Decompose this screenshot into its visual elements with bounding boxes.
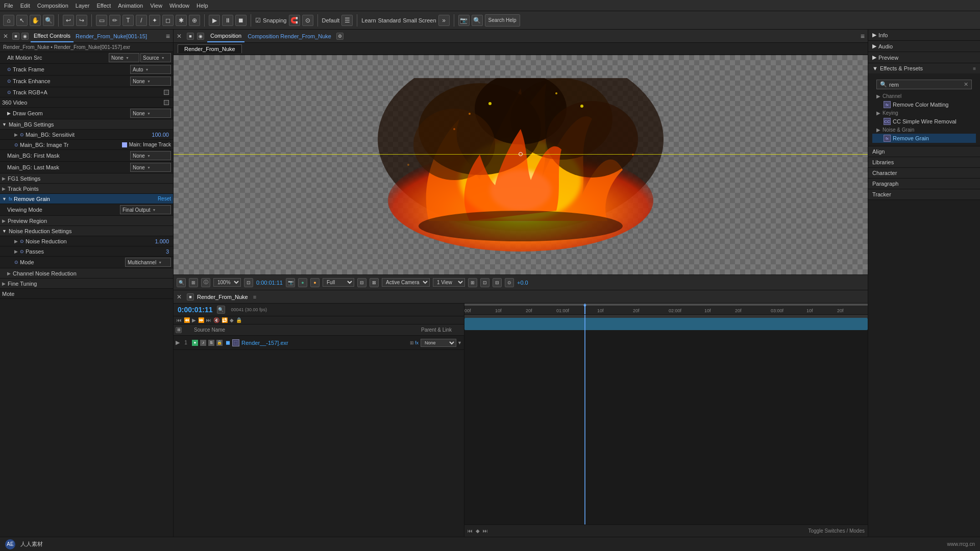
transport-next-icon[interactable]: ⏩: [198, 317, 204, 323]
noise-reduction-row[interactable]: ▶ ⊙ Noise Reduction 1.000: [0, 236, 173, 246]
small-screen-btn[interactable]: Small Screen: [403, 17, 436, 23]
pen-icon[interactable]: ✏: [109, 15, 120, 26]
timecode-display[interactable]: 0:00:01:11: [178, 306, 213, 314]
zoom-icon[interactable]: 🔍: [43, 15, 54, 26]
mainbg-firstmask-row[interactable]: Main_BG: First Mask None: [0, 150, 173, 162]
track-frame-dropdown[interactable]: Auto: [130, 65, 171, 74]
transport-prev-icon[interactable]: ⏪: [184, 317, 190, 323]
tracker-section-header[interactable]: Tracker: [868, 189, 980, 199]
remove-grain-reset-btn[interactable]: Reset: [158, 196, 171, 202]
alt-motion-none-dropdown[interactable]: None: [109, 53, 139, 62]
tl-prev-kf-icon[interactable]: ⏮: [468, 528, 473, 534]
text-icon[interactable]: T: [122, 15, 134, 26]
comp-zoom-select[interactable]: 100% 50% 200%: [213, 278, 241, 287]
transport-mute-icon[interactable]: 🔇: [213, 317, 219, 323]
target-icon[interactable]: ⊙: [302, 15, 313, 26]
shape-icon[interactable]: ⊕: [189, 15, 200, 26]
mainbg-imagetrack-checkbox[interactable]: [122, 142, 127, 147]
effect-controls-tab-name[interactable]: Render_From_Nuke[001-15]: [76, 33, 147, 39]
menu-edit[interactable]: Edit: [20, 3, 30, 9]
ep-category-keying[interactable]: ▶ Keying: [872, 109, 976, 117]
comp-fit-icon[interactable]: ⊡: [244, 278, 253, 287]
layer-lock-icon[interactable]: 🔒: [216, 340, 223, 346]
menu-layer[interactable]: Layer: [76, 3, 90, 9]
track-points-header[interactable]: ▶ Track Points: [0, 184, 173, 194]
mainbg-sensitiv-row[interactable]: ▶ ⊙ Main_BG: Sensitivit 100.00: [0, 130, 173, 140]
layer-track-bar[interactable]: [464, 318, 868, 330]
comp-view-icon[interactable]: ⊟: [357, 278, 366, 287]
redo-icon[interactable]: ↪: [76, 15, 87, 26]
comp-panel-tab[interactable]: Composition: [207, 30, 244, 42]
channel-noise-header[interactable]: ▶ Channel Noise Reduction: [0, 268, 173, 279]
home-icon[interactable]: ⌂: [3, 15, 14, 26]
tl-layer-row-1[interactable]: ▶ 1 ● ♪ S 🔒 ◼ ⬚ Render__-157].exr ⊞ fx: [174, 336, 464, 350]
comp-quality-icon[interactable]: ●: [310, 278, 320, 287]
layer-parent-select[interactable]: None: [421, 339, 456, 347]
noise-reduction-value[interactable]: 1.000: [155, 238, 169, 244]
comp-quality-select[interactable]: Full Half Quarter: [323, 278, 354, 287]
search-toolbar-icon[interactable]: 🔍: [472, 15, 483, 26]
tl-toggle-switches-label[interactable]: Toggle Switches / Modes: [808, 528, 865, 534]
snapping-checkbox[interactable]: ☑: [255, 17, 261, 24]
comp-3d-icon[interactable]: ⊠: [370, 278, 379, 287]
comp-channels-icon[interactable]: ⊟: [493, 278, 502, 287]
ep-category-noise-grain[interactable]: ▶ Noise & Grain: [872, 126, 976, 134]
track-frame-row[interactable]: ⊙ Track Frame Auto: [0, 64, 173, 76]
panel-solo-icon[interactable]: ◉: [21, 33, 29, 40]
comp-magnifier-icon[interactable]: 🔍: [177, 278, 186, 287]
undo-icon[interactable]: ↩: [63, 15, 74, 26]
menu-composition[interactable]: Composition: [37, 3, 68, 9]
comp-close-btn[interactable]: ✕: [177, 33, 182, 40]
comp-menu-btn[interactable]: ≡: [861, 32, 865, 40]
rect-icon[interactable]: ▭: [96, 15, 107, 26]
ep-item-cc-wire-removal[interactable]: CC CC Simple Wire Removal: [872, 117, 976, 126]
comp-camera-snap-icon[interactable]: 📷: [286, 278, 295, 287]
layer-parent-expand[interactable]: ▼: [457, 340, 462, 345]
effects-presets-header[interactable]: ▼ Effects & Presets ≡: [868, 63, 980, 73]
eraser-icon[interactable]: ◻: [162, 15, 174, 26]
alt-motion-source-dropdown[interactable]: Source: [140, 53, 171, 62]
comp-color-icon[interactable]: ●: [298, 278, 307, 287]
viewing-mode-row[interactable]: Viewing Mode Final Output: [0, 204, 173, 216]
expand-icon[interactable]: »: [438, 15, 450, 26]
standard-btn[interactable]: Standard: [378, 17, 401, 23]
track-enhance-row[interactable]: ⊙ Track Enhance None: [0, 76, 173, 87]
layer-audio-icon[interactable]: ♪: [200, 340, 206, 346]
draw-geom-dropdown[interactable]: None: [130, 109, 171, 118]
passes-value[interactable]: 3: [166, 248, 169, 255]
360-video-row[interactable]: 360 Video: [0, 97, 173, 108]
layout-default[interactable]: Default: [322, 17, 340, 23]
mainbg-settings-header[interactable]: ▼ Main_BG Settings: [0, 119, 173, 130]
hand-icon[interactable]: ✋: [30, 15, 41, 26]
menu-window[interactable]: Window: [169, 3, 189, 9]
layer-switch-1[interactable]: ⊞: [410, 340, 414, 345]
ep-item-remove-color-matting[interactable]: fx Remove Color Matting: [872, 100, 976, 109]
timeline-menu-icon[interactable]: ≡: [253, 294, 256, 300]
effects-search-input[interactable]: [889, 82, 962, 88]
timecode-search-icon[interactable]: 🔍: [217, 306, 225, 314]
clone-icon[interactable]: ✦: [149, 15, 160, 26]
layer-solo-icon[interactable]: S: [208, 340, 214, 346]
camera-icon[interactable]: 📷: [458, 15, 470, 26]
comp-lock-icon[interactable]: ■: [187, 33, 194, 40]
360-video-checkbox[interactable]: [164, 100, 169, 105]
menu-animation[interactable]: Animation: [118, 3, 143, 9]
mainbg-firstmask-dropdown[interactable]: None: [130, 151, 171, 160]
fine-tuning-header[interactable]: ▶ Fine Tuning: [0, 279, 173, 289]
layer-switch-fx[interactable]: fx: [415, 340, 419, 345]
panel-close-btn[interactable]: ✕: [3, 33, 8, 40]
passes-row[interactable]: ▶ ⊙ Passes 3: [0, 246, 173, 257]
transport-play-icon[interactable]: ▶: [192, 317, 196, 323]
comp-solo-icon[interactable]: ◉: [197, 33, 204, 40]
col-expand-icon[interactable]: ⊞: [176, 327, 182, 333]
track-rgba-checkbox[interactable]: [164, 90, 169, 95]
libraries-section-header[interactable]: Libraries: [868, 157, 980, 167]
noise-reduction-settings-header[interactable]: ▼ Noise Reduction Settings: [0, 226, 173, 236]
play-icon[interactable]: ▶: [209, 15, 220, 26]
select-icon[interactable]: ↖: [16, 15, 28, 26]
magnet-icon[interactable]: 🧲: [289, 15, 300, 26]
mode-row[interactable]: ⊙ Mode Multichannel: [0, 257, 173, 268]
playhead[interactable]: ▼: [584, 304, 585, 314]
comp-view-select[interactable]: 1 View 2 Views 4 Views: [433, 278, 465, 287]
paragraph-section-header[interactable]: Paragraph: [868, 179, 980, 189]
